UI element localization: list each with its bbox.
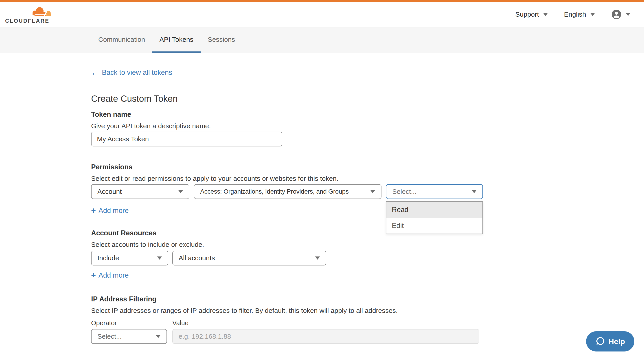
tab-api-tokens[interactable]: API Tokens: [152, 28, 200, 53]
resources-add-more-link[interactable]: + Add more: [91, 271, 128, 279]
account-resources-select-row: Include All accounts: [91, 251, 516, 265]
resource-mode-value: Include: [98, 254, 154, 262]
token-name-description: Give your API token a descriptive name.: [91, 122, 516, 130]
chevron-down-icon: [178, 190, 183, 193]
permission-group-select[interactable]: Access: Organizations, Identity Provider…: [194, 184, 382, 199]
account-menu[interactable]: [611, 9, 630, 20]
resource-accounts-value: All accounts: [178, 254, 312, 262]
ip-filter-controls-row: Select...: [91, 329, 516, 344]
header-nav: Support English: [516, 9, 644, 20]
chevron-down-icon: [370, 190, 375, 193]
add-more-label: Add more: [98, 207, 128, 215]
cloudflare-cloud-icon: [29, 6, 53, 17]
profile-tabbar: Communication API Tokens Sessions: [0, 28, 644, 53]
user-avatar-icon: [611, 9, 622, 20]
tab-sessions[interactable]: Sessions: [200, 28, 242, 53]
operator-label: Operator: [91, 319, 172, 327]
add-more-label: Add more: [98, 271, 128, 279]
chevron-down-icon: [315, 256, 320, 260]
chevron-down-icon: [157, 256, 162, 260]
token-name-heading: Token name: [91, 111, 516, 119]
cloudflare-logo[interactable]: CLOUDFLARE: [5, 5, 53, 24]
help-button[interactable]: Help: [586, 331, 634, 351]
back-to-tokens-link[interactable]: ← Back to view all tokens: [91, 69, 172, 77]
back-arrow-icon: ←: [91, 69, 99, 76]
back-link-label: Back to view all tokens: [102, 69, 172, 77]
page-title: Create Custom Token: [91, 94, 516, 104]
ip-value-input[interactable]: [172, 329, 479, 344]
support-menu[interactable]: Support: [516, 11, 548, 18]
permission-scope-value: Account: [98, 188, 174, 195]
main-content: ← Back to view all tokens Create Custom …: [0, 69, 516, 344]
chevron-down-icon: [626, 13, 630, 16]
access-option-edit[interactable]: Edit: [386, 218, 482, 234]
permissions-heading: Permissions: [91, 163, 516, 171]
brand-wordmark: CLOUDFLARE: [5, 18, 53, 24]
permission-group-value: Access: Organizations, Identity Provider…: [200, 188, 367, 195]
chevron-down-icon: [472, 190, 476, 193]
access-dropdown-menu: Read Edit: [386, 201, 483, 234]
language-menu[interactable]: English: [564, 11, 595, 18]
account-resources-description: Select accounts to include or exclude.: [91, 241, 516, 248]
ip-operator-value: Select...: [98, 333, 152, 340]
permissions-select-row: Account Access: Organizations, Identity …: [91, 184, 516, 199]
chevron-down-icon: [590, 13, 595, 16]
chevron-down-icon: [543, 13, 548, 16]
plus-icon: +: [91, 271, 96, 279]
access-option-read[interactable]: Read: [386, 202, 482, 218]
app-header: CLOUDFLARE Support English: [0, 2, 644, 28]
permission-access-select-wrap: Select... Read Edit: [386, 184, 483, 199]
resource-accounts-select[interactable]: All accounts: [172, 251, 326, 265]
permissions-description: Select edit or read permissions to apply…: [91, 175, 516, 182]
permission-access-select[interactable]: Select...: [386, 184, 483, 199]
token-name-input[interactable]: [91, 132, 282, 146]
permission-access-value: Select...: [392, 188, 468, 195]
top-accent-bar: [0, 0, 644, 2]
value-label: Value: [172, 319, 188, 327]
ip-filter-labels-row: Operator Value: [91, 319, 516, 327]
chevron-down-icon: [156, 335, 161, 338]
tab-communication[interactable]: Communication: [91, 28, 152, 53]
permissions-add-more-link[interactable]: + Add more: [91, 207, 128, 215]
ip-filtering-heading: IP Address Filtering: [91, 295, 516, 303]
permission-scope-select[interactable]: Account: [91, 184, 190, 199]
resource-mode-select[interactable]: Include: [91, 251, 168, 265]
ip-operator-select[interactable]: Select...: [91, 329, 167, 344]
ip-filtering-description: Select IP addresses or ranges of IP addr…: [91, 307, 516, 314]
help-chat-icon: [596, 336, 606, 346]
plus-icon: +: [91, 207, 96, 215]
language-menu-label: English: [564, 11, 586, 18]
support-menu-label: Support: [516, 11, 539, 18]
help-button-label: Help: [608, 337, 625, 346]
